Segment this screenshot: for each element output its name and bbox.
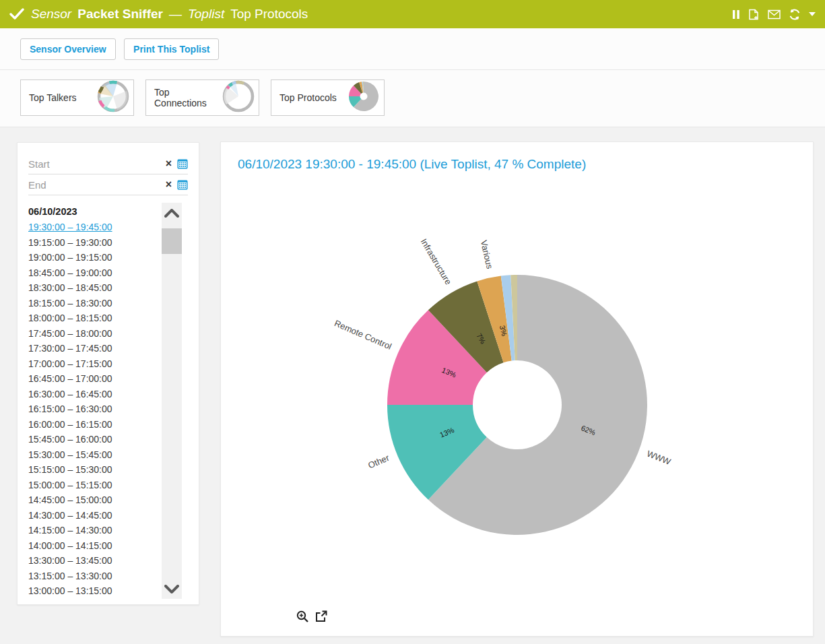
segment-name-label: Infrastructure (419, 237, 454, 287)
zoom-in-icon[interactable] (296, 610, 308, 622)
tab-label: Top Talkers (29, 92, 77, 103)
sensor-header-bar: Sensor Packet Sniffer — Toplist Top Prot… (0, 0, 825, 28)
breadcrumb-sensor-label: Sensor (31, 7, 71, 22)
open-external-icon[interactable] (315, 610, 327, 622)
end-date-input[interactable] (28, 179, 166, 191)
page-title: Top Protocols (230, 7, 308, 22)
segment-name-label: Various (479, 239, 495, 270)
tab-label: Top Connections (154, 87, 222, 108)
top-protocols-icon (348, 80, 380, 115)
tab-label: Top Protocols (279, 92, 337, 103)
top-connections-icon (222, 80, 255, 115)
refresh-icon[interactable] (789, 9, 801, 20)
add-report-icon[interactable] (748, 9, 760, 20)
toplist-tabs: Top Talkers Top Connections (0, 70, 825, 127)
segment-name-label: Remote Control (333, 318, 393, 352)
toplist-interval-title: 06/10/2023 19:30:00 - 19:45:00 (Live Top… (221, 142, 813, 172)
tab-top-talkers[interactable]: Top Talkers (20, 79, 134, 116)
end-date-row: × (28, 174, 188, 195)
email-icon[interactable] (768, 9, 781, 20)
top-talkers-icon (97, 80, 129, 115)
sub-header: Sensor Overview Print This Toplist Top T… (0, 28, 825, 127)
toplist-filter-panel: × × 06/10/2023 19:30:00 – 19:45:0019:15:… (17, 142, 199, 605)
scrollbar-thumb[interactable] (162, 228, 182, 254)
segment-name-label: WWW (645, 449, 672, 468)
toolbar: Sensor Overview Print This Toplist (0, 28, 825, 70)
sensor-name[interactable]: Packet Sniffer (77, 7, 163, 22)
calendar-icon[interactable] (177, 158, 188, 169)
start-date-row: × (28, 154, 188, 174)
scroll-up-icon[interactable] (162, 203, 182, 223)
segment-name-label: Other (366, 453, 391, 471)
breadcrumb-separator: — (169, 7, 182, 22)
clear-end-icon[interactable]: × (166, 179, 172, 190)
checkmark-icon (9, 8, 24, 20)
toplist-chart-panel: 06/10/2023 19:30:00 - 19:45:00 (Live Top… (220, 141, 814, 637)
chart-footer-icons (296, 610, 327, 622)
scroll-down-icon[interactable] (162, 579, 182, 599)
calendar-icon[interactable] (177, 179, 188, 190)
start-date-input[interactable] (28, 158, 166, 170)
clear-start-icon[interactable]: × (166, 158, 172, 169)
print-toplist-button[interactable]: Print This Toplist (124, 38, 219, 60)
sensor-overview-button[interactable]: Sensor Overview (20, 38, 116, 60)
time-list-scrollbar[interactable] (162, 203, 182, 599)
pause-icon[interactable] (732, 9, 740, 20)
protocols-donut-chart: 62%WWW13%Other13%Remote Control7%Infrast… (221, 176, 814, 607)
tab-top-protocols[interactable]: Top Protocols (271, 79, 385, 116)
breadcrumb-toplist-label: Toplist (188, 7, 224, 22)
tab-top-connections[interactable]: Top Connections (145, 79, 259, 116)
caret-down-icon[interactable] (809, 12, 816, 16)
